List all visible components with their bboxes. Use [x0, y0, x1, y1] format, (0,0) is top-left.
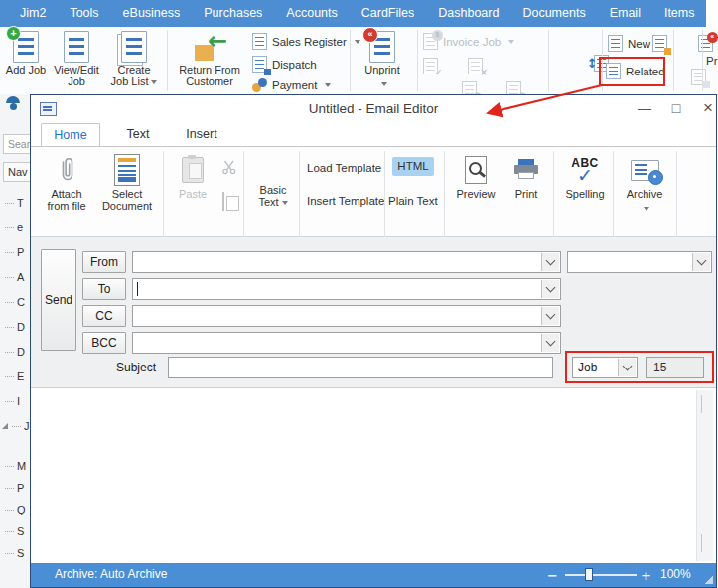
tree-item[interactable]: P: [5, 482, 24, 494]
view-edit-job-button[interactable]: View/Edit Job: [50, 30, 103, 87]
bcc-field[interactable]: [132, 332, 561, 354]
attach-from-file-button[interactable]: Attach from file: [39, 152, 94, 212]
invoice-job-button[interactable]: $ Invoice Job: [423, 33, 514, 50]
preview-button[interactable]: Preview: [450, 152, 502, 200]
subject-field[interactable]: [168, 357, 553, 378]
menu-email[interactable]: Email: [598, 0, 652, 27]
minimize-button[interactable]: —: [633, 98, 656, 118]
from-field[interactable]: [132, 251, 561, 273]
cc-label-button[interactable]: CC: [82, 305, 126, 327]
return-from-customer-button[interactable]: ← Return From Customer: [171, 30, 248, 87]
menu-ebusiness[interactable]: eBusiness: [111, 0, 193, 27]
expand-icon: [2, 423, 8, 429]
tree-item[interactable]: D: [5, 346, 25, 358]
body-scrollbar[interactable]: [696, 390, 713, 561]
tab-home[interactable]: Home: [41, 123, 100, 147]
load-template-button[interactable]: Load Template: [307, 162, 381, 174]
message-body[interactable]: [31, 388, 716, 563]
search-input[interactable]: Sear: [3, 134, 30, 154]
sales-register-button[interactable]: Sales Register: [252, 33, 360, 50]
tab-text[interactable]: Text: [116, 123, 160, 145]
print-button[interactable]: Print: [503, 152, 549, 200]
tree-item[interactable]: I: [5, 395, 20, 407]
job-number-field[interactable]: 15: [646, 357, 704, 378]
select-document-button[interactable]: Select Document: [96, 152, 158, 212]
email-editor-dialog: Untitled - Email Editor — □ × Home Text …: [30, 94, 717, 588]
tree-item[interactable]: M: [5, 460, 26, 472]
tree-item[interactable]: S: [5, 525, 24, 537]
dropdown-arrow-icon: [644, 207, 649, 211]
archive-icon: [631, 160, 659, 181]
to-field[interactable]: [132, 278, 561, 300]
ribbon-separator: [417, 30, 418, 91]
unprint-copy-icon[interactable]: «: [698, 35, 713, 52]
menu-items[interactable]: Items: [652, 0, 707, 27]
copy-job-icon[interactable]: [652, 35, 667, 52]
tree-item[interactable]: e: [5, 221, 23, 233]
tab-insert[interactable]: Insert: [176, 123, 227, 145]
copy-job-icon-disabled: [691, 69, 706, 85]
create-job-list-button[interactable]: Create Job List: [105, 30, 163, 87]
cc-field[interactable]: [132, 305, 561, 327]
menu-documents[interactable]: Documents: [510, 0, 597, 27]
send-button[interactable]: Send: [41, 249, 76, 351]
dispatch-button[interactable]: Dispatch: [252, 56, 317, 73]
html-format-button[interactable]: HTML: [392, 157, 434, 176]
menu-cardfiles[interactable]: CardFiles: [350, 0, 427, 27]
approve-job-icon: ✓: [423, 58, 438, 74]
from-label-button[interactable]: From: [82, 251, 126, 273]
from-account-dropdown[interactable]: [692, 253, 710, 271]
menu-jobs[interactable]: Jobs: [706, 0, 718, 27]
cc-dropdown[interactable]: [541, 307, 559, 325]
paperclip-icon: [39, 152, 94, 188]
resize-grip-icon[interactable]: [704, 575, 713, 584]
text-cursor: [137, 282, 138, 296]
zoom-out-icon[interactable]: [547, 566, 558, 584]
zoom-slider-track[interactable]: [565, 574, 637, 576]
bcc-dropdown[interactable]: [541, 334, 559, 352]
tree-item[interactable]: T: [5, 197, 24, 209]
scroll-down-icon[interactable]: [701, 534, 702, 552]
menu-jim2[interactable]: Jim2: [0, 0, 58, 27]
tree-item[interactable]: C: [5, 296, 25, 308]
app-window: Jim2 Tools eBusiness Purchases Accounts …: [0, 0, 718, 588]
plain-text-format-button[interactable]: Plain Text: [388, 195, 438, 207]
to-label-button[interactable]: To: [82, 278, 126, 300]
menu-dashboard[interactable]: Dashboard: [426, 0, 510, 27]
cut-icon: [221, 159, 237, 179]
scroll-up-icon[interactable]: [701, 395, 702, 413]
zoom-in-icon[interactable]: [641, 566, 651, 584]
payment-button[interactable]: Payment: [252, 78, 331, 92]
insert-template-button[interactable]: Insert Template: [307, 195, 384, 207]
unprint-button[interactable]: « Unprint: [356, 30, 409, 89]
bcc-label-button[interactable]: BCC: [82, 332, 126, 354]
from-account-field[interactable]: [567, 251, 712, 273]
basic-text-button[interactable]: Basic Text: [247, 152, 299, 208]
email-editor-ribbon: Attach from file Select Document Paste B…: [31, 146, 716, 237]
job-type-dropdown[interactable]: [618, 359, 636, 376]
tree-item[interactable]: D: [5, 321, 25, 333]
maximize-button[interactable]: □: [664, 98, 688, 118]
menu-accounts[interactable]: Accounts: [274, 0, 349, 27]
tree-item[interactable]: E: [5, 370, 24, 382]
close-button[interactable]: ×: [696, 98, 718, 118]
new-email-button[interactable]: New: [608, 35, 650, 52]
print-clipped-button[interactable]: Pr: [706, 55, 718, 67]
tree-item[interactable]: P: [5, 246, 24, 258]
archive-button[interactable]: Archive: [619, 152, 670, 214]
menubar: Jim2 Tools eBusiness Purchases Accounts …: [0, 0, 718, 27]
add-job-button[interactable]: + Add Job: [4, 30, 48, 75]
from-dropdown[interactable]: [541, 253, 559, 271]
menu-purchases[interactable]: Purchases: [192, 0, 274, 27]
tree-item[interactable]: Q: [5, 504, 26, 515]
tree-item[interactable]: A: [5, 271, 24, 283]
spelling-button[interactable]: ABC ✓ Spelling: [559, 152, 611, 200]
menu-tools[interactable]: Tools: [58, 0, 110, 27]
zoom-level: 100%: [660, 567, 691, 581]
tree-item-jobs[interactable]: J: [2, 420, 30, 432]
tree-item[interactable]: S: [5, 547, 24, 559]
email-header-form: Send From To CC BCC Subject: [31, 237, 716, 388]
to-dropdown[interactable]: [541, 280, 559, 298]
job-type-combo[interactable]: Job: [572, 357, 638, 378]
zoom-slider-thumb[interactable]: [585, 568, 593, 581]
